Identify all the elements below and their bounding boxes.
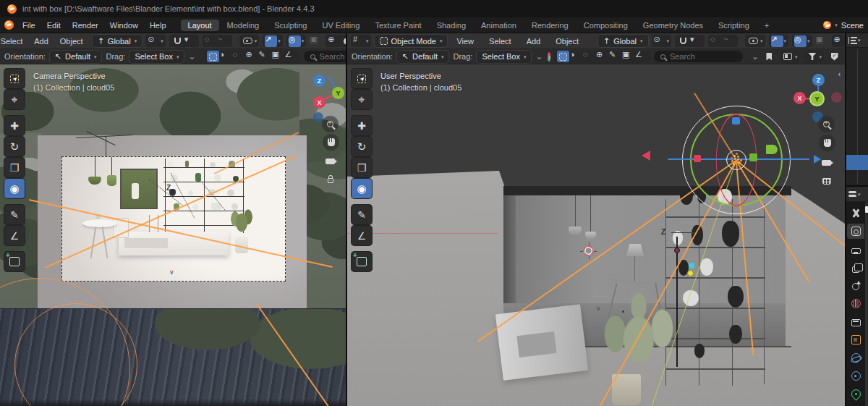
outliner-selected-row[interactable]	[846, 155, 868, 170]
tool-add-cube[interactable]	[352, 252, 372, 271]
overlays-toggle-icon[interactable]	[794, 35, 807, 47]
menu-edit[interactable]: Edit	[41, 20, 67, 31]
tool-annotate[interactable]	[352, 205, 372, 224]
falloff-curve-icon[interactable]	[723, 35, 736, 47]
tool-transform[interactable]	[352, 179, 372, 198]
gizmo-y-handle[interactable]	[749, 153, 757, 161]
filter-select-box-icon[interactable]	[207, 51, 219, 62]
gizmos-toggle-icon[interactable]	[771, 35, 783, 47]
render-pass-icon[interactable]	[310, 35, 322, 47]
filter-stamp-icon[interactable]	[622, 51, 634, 62]
tool-scale[interactable]	[352, 158, 372, 177]
editor-switch-icon[interactable]	[782, 51, 794, 62]
workspace-tab-texture-paint[interactable]: Texture Paint	[367, 20, 428, 31]
filter-figure-icon[interactable]	[583, 51, 595, 62]
pan-button[interactable]	[323, 134, 339, 151]
left-viewport-canvas[interactable]: Z ∨ Camera Perspective	[0, 64, 346, 406]
snap-magnet-icon[interactable]	[171, 35, 184, 47]
workspace-tab-modeling[interactable]: Modeling	[220, 20, 267, 31]
tool-cursor[interactable]	[352, 90, 372, 109]
menu-window[interactable]: Window	[104, 20, 144, 31]
zoom-button[interactable]	[818, 116, 835, 132]
menu-render[interactable]: Render	[67, 20, 104, 31]
camera-frame[interactable]: Z ∨	[61, 156, 286, 282]
orientation-default-dropdown[interactable]: Default ▾	[50, 51, 102, 63]
object-pendant-jar[interactable]	[107, 175, 116, 186]
filter-lathe-icon[interactable]	[285, 51, 297, 62]
tool-move[interactable]	[4, 116, 25, 135]
object-cloud05-points[interactable]	[734, 158, 736, 160]
gizmo-x-arrow[interactable]	[642, 151, 650, 161]
tab-object-data[interactable]	[847, 386, 864, 402]
overlays-toggle-icon[interactable]	[289, 35, 301, 47]
red-ball-marker[interactable]	[674, 248, 680, 253]
yellow-point-marker[interactable]	[687, 270, 694, 276]
tool-scale[interactable]	[4, 158, 25, 177]
right-search-box[interactable]	[654, 51, 743, 62]
camera-view-button[interactable]	[322, 153, 339, 169]
drag-mode-dropdown[interactable]: Select Box ▾	[129, 51, 184, 63]
search-input[interactable]	[320, 52, 346, 61]
object-plant-pot[interactable]	[612, 374, 641, 405]
sidebar-collapse-icon[interactable]: ‹	[838, 70, 841, 78]
room-left-wall[interactable]	[503, 195, 516, 311]
collapse-chevron-icon[interactable]	[188, 51, 195, 62]
tab-view-layer[interactable]	[847, 260, 864, 275]
workspace-tab-layout[interactable]: Layout	[181, 20, 219, 31]
scene-selector[interactable]: ▾ Scene	[823, 21, 864, 30]
gizmos-toggle-icon[interactable]	[265, 35, 277, 47]
right-viewport-canvas[interactable]: Z ∨	[347, 64, 845, 406]
cyan-point-marker[interactable]	[689, 263, 694, 268]
bookmark-icon[interactable]	[763, 51, 775, 62]
snap-target-dropdown[interactable]	[184, 35, 197, 47]
shield-check-icon[interactable]	[828, 51, 841, 62]
tool-rotate[interactable]	[352, 137, 372, 156]
shading-solid-icon[interactable]	[341, 35, 346, 47]
tool-rotate[interactable]	[4, 137, 25, 156]
pan-button[interactable]	[819, 135, 835, 151]
menu-file[interactable]: File	[17, 20, 41, 31]
filter-sphere-icon[interactable]	[570, 51, 582, 62]
right-menu-object[interactable]: Object	[550, 35, 584, 47]
tab-object[interactable]	[847, 332, 864, 347]
tab-render[interactable]	[847, 224, 864, 239]
camera-view-button[interactable]	[818, 154, 835, 171]
left-menu-add[interactable]: Add	[28, 35, 54, 47]
tab-output[interactable]	[847, 242, 864, 257]
gizmo-x-handle[interactable]	[694, 155, 701, 162]
object-plant-leaves[interactable]	[592, 274, 686, 383]
filter-sphere-icon[interactable]	[220, 51, 232, 62]
object-picture-frame[interactable]	[120, 169, 158, 209]
workspace-tab-sculpting[interactable]: Sculpting	[267, 20, 314, 31]
object-pendant-lamp[interactable]	[88, 177, 101, 185]
proportional-editing-icon[interactable]	[710, 35, 723, 47]
pivot-point-icon[interactable]	[654, 35, 666, 47]
gizmo-center-ring[interactable]	[726, 150, 746, 170]
gizmo-y-cone[interactable]	[766, 145, 778, 154]
filter-brush-icon[interactable]	[609, 51, 621, 62]
workspace-tab-shading[interactable]: Shading	[430, 20, 473, 31]
arc-icon[interactable]	[752, 51, 759, 62]
tab-collection[interactable]	[847, 314, 864, 329]
snap-magnet-icon[interactable]	[677, 35, 689, 47]
axis-z-ball[interactable]: Z	[313, 75, 326, 87]
filter-lathe-icon[interactable]	[635, 51, 647, 62]
object-antenna-mast[interactable]	[106, 136, 106, 156]
show-hide-eye-icon[interactable]	[747, 35, 760, 47]
cursor-3d[interactable]	[583, 245, 594, 256]
workspace-tab-compositing[interactable]: Compositing	[576, 20, 635, 31]
tool-cursor[interactable]	[4, 90, 25, 109]
transform-orientation-dropdown[interactable]: Global ▾	[93, 35, 142, 47]
tab-world[interactable]	[847, 296, 864, 311]
tab-tool[interactable]	[847, 206, 864, 221]
right-menu-add[interactable]: Add	[521, 35, 547, 47]
shading-wireframe-icon[interactable]	[834, 35, 845, 47]
filter-brush-icon[interactable]	[259, 51, 271, 62]
axis-y-ball[interactable]: Y	[332, 87, 344, 99]
search-input[interactable]	[670, 52, 736, 61]
axis-x-neg-ball[interactable]	[831, 92, 842, 103]
filter-funnel-icon[interactable]	[806, 51, 818, 62]
tool-move[interactable]	[352, 116, 372, 135]
axis-y-ball[interactable]: Y	[811, 93, 823, 105]
axis-z-ball[interactable]: Z	[812, 74, 825, 86]
